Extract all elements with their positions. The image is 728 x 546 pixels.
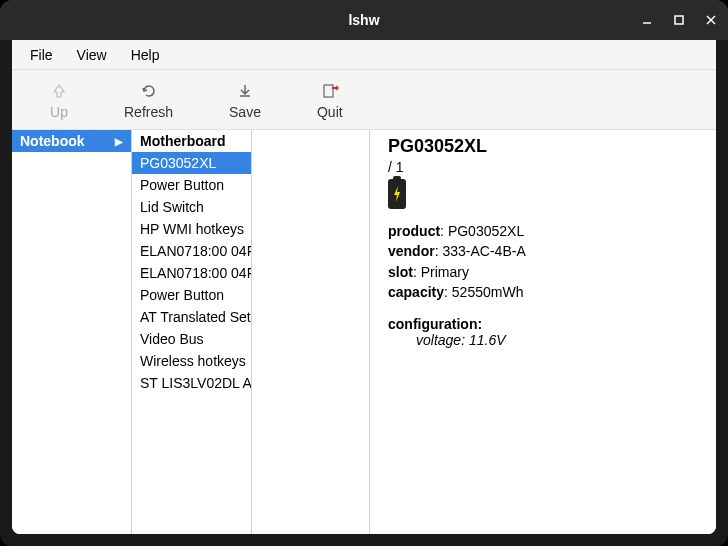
details-properties: product: PG03052XL vendor: 333-AC-4B-A s… xyxy=(388,221,698,302)
tree-column-2[interactable]: Motherboard PG03052XL Power Button Lid S… xyxy=(132,130,252,534)
window-title: lshw xyxy=(348,12,379,28)
prop-val-vendor: 333-AC-4B-A xyxy=(442,243,525,259)
tree-item-notebook[interactable]: Notebook ▶ xyxy=(12,130,131,152)
tree-item[interactable]: ST LIS3LV02DL Accel xyxy=(132,372,251,394)
content-area: File View Help Up Refresh Save xyxy=(12,40,716,534)
svg-rect-4 xyxy=(324,85,333,97)
toolbar: Up Refresh Save Quit xyxy=(12,70,716,130)
maximize-button[interactable] xyxy=(672,13,686,27)
titlebar: lshw xyxy=(0,0,728,40)
close-button[interactable] xyxy=(704,13,718,27)
quit-button[interactable]: Quit xyxy=(309,76,351,124)
details-title: PG03052XL xyxy=(388,136,698,157)
prop-key-slot: slot xyxy=(388,264,413,280)
menu-help[interactable]: Help xyxy=(121,43,170,67)
tree-item[interactable]: ELAN0718:00 04F3:30FD xyxy=(132,240,251,262)
tree-item[interactable]: AT Translated Set 2 xyxy=(132,306,251,328)
menu-file[interactable]: File xyxy=(20,43,63,67)
quit-label: Quit xyxy=(317,104,343,120)
tree-column-1[interactable]: Notebook ▶ xyxy=(12,130,132,534)
refresh-icon xyxy=(140,80,158,102)
quit-icon xyxy=(321,80,339,102)
svg-rect-1 xyxy=(675,16,683,24)
prop-key-vendor: vendor xyxy=(388,243,435,259)
minimize-button[interactable] xyxy=(640,13,654,27)
tree-item[interactable]: HP WMI hotkeys xyxy=(132,218,251,240)
save-icon xyxy=(236,80,254,102)
tree-item[interactable]: Lid Switch xyxy=(132,196,251,218)
tree-item[interactable]: Power Button xyxy=(132,174,251,196)
prop-val-product: PG03052XL xyxy=(448,223,524,239)
prop-key-capacity: capacity xyxy=(388,284,444,300)
window-controls xyxy=(640,13,718,27)
refresh-label: Refresh xyxy=(124,104,173,120)
main-panes: Notebook ▶ Motherboard PG03052XL Power B… xyxy=(12,130,716,534)
battery-icon xyxy=(388,179,406,209)
config-label: configuration: xyxy=(388,316,698,332)
up-label: Up xyxy=(50,104,68,120)
prop-key-product: product xyxy=(388,223,440,239)
tree-item[interactable]: Wireless hotkeys xyxy=(132,350,251,372)
save-button[interactable]: Save xyxy=(221,76,269,124)
details-subtitle: / 1 xyxy=(388,159,698,175)
tree-item[interactable]: Power Button xyxy=(132,284,251,306)
menubar: File View Help xyxy=(12,40,716,70)
refresh-button[interactable]: Refresh xyxy=(116,76,181,124)
save-label: Save xyxy=(229,104,261,120)
details-configuration: configuration: voltage: 11.6V xyxy=(388,316,698,348)
up-icon xyxy=(50,80,68,102)
tree-item-battery[interactable]: PG03052XL xyxy=(132,152,251,174)
tree-column-3[interactable] xyxy=(252,130,370,534)
app-window: lshw File View Help Up xyxy=(0,0,728,546)
details-pane: PG03052XL / 1 product: PG03052XL vendor:… xyxy=(370,130,716,534)
tree-item[interactable]: ELAN0718:00 04F3:30FD xyxy=(132,262,251,284)
chevron-right-icon: ▶ xyxy=(115,136,123,147)
prop-val-slot: Primary xyxy=(421,264,469,280)
tree-item[interactable]: Video Bus xyxy=(132,328,251,350)
config-voltage: voltage: 11.6V xyxy=(416,332,698,348)
prop-val-capacity: 52550mWh xyxy=(452,284,524,300)
menu-view[interactable]: View xyxy=(67,43,117,67)
tree-item-motherboard[interactable]: Motherboard xyxy=(132,130,251,152)
tree-item-label: Notebook xyxy=(20,133,85,149)
up-button: Up xyxy=(42,76,76,124)
